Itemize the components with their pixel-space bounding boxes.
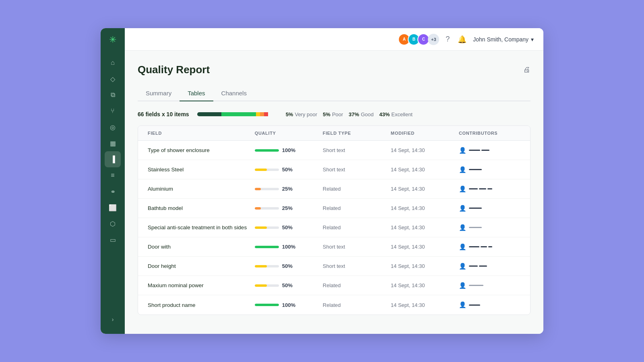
location-icon[interactable]: ◎: [105, 119, 121, 135]
quality-percent: 25%: [282, 205, 297, 211]
link-icon[interactable]: ⚭: [105, 183, 121, 200]
quality-percent: 50%: [282, 282, 297, 288]
legend-item: 5% Poor: [323, 111, 343, 117]
topbar: A B C +3 ? 🔔 John Smith, Company ▾: [125, 28, 543, 51]
field-name: Short product name: [144, 297, 252, 313]
field-type: Related: [320, 181, 388, 197]
legend-item: 37% Good: [349, 111, 374, 117]
field-type: Related: [320, 297, 388, 313]
quality-cell: 25%: [252, 181, 320, 197]
column-header: MODIFIED: [388, 126, 456, 140]
help-icon[interactable]: ?: [444, 33, 451, 45]
chart-icon[interactable]: ▐: [105, 151, 121, 167]
quality-cell: 50%: [252, 258, 320, 274]
page-title: Quality Report: [138, 64, 210, 76]
modified-date: 14 Sept, 14:30: [388, 220, 456, 235]
contributors-cell: 👤: [456, 219, 524, 236]
tab-summary[interactable]: Summary: [138, 86, 180, 101]
logo-icon[interactable]: ✳: [109, 35, 116, 45]
stack-icon[interactable]: ≡: [105, 167, 121, 183]
grid-icon[interactable]: ▦: [105, 135, 121, 151]
quality-bar: [197, 112, 278, 116]
modified-date: 14 Sept, 14:30: [388, 278, 456, 293]
quality-cell: 100%: [252, 142, 320, 158]
quality-percent: 100%: [282, 147, 297, 153]
contributor-icon: 👤: [459, 205, 466, 212]
data-table: FIELDQUALITYFIELD TYPEMODIFIEDCONTRIBUTO…: [138, 125, 530, 315]
contributor-icon: 👤: [459, 147, 466, 154]
modified-date: 14 Sept, 14:30: [388, 258, 456, 274]
modified-date: 14 Sept, 14:30: [388, 162, 456, 177]
legend-label: Very poor: [295, 111, 317, 117]
column-header: QUALITY: [252, 126, 320, 140]
contributor-icon: 👤: [459, 166, 466, 173]
legend-pct: 5%: [323, 111, 330, 117]
tab-channels[interactable]: Channels: [213, 86, 255, 101]
field-name: Stainless Steel: [144, 162, 252, 177]
table-row[interactable]: Door with 100% Short text14 Sept, 14:30 …: [138, 237, 530, 257]
print-icon[interactable]: 🖨: [523, 66, 530, 74]
contributors-cell: 👤: [456, 161, 524, 178]
quality-percent: 100%: [282, 302, 297, 308]
stats-legend: 5% Very poor5% Poor37% Good43% Excellent: [286, 111, 413, 117]
tab-tables[interactable]: Tables: [180, 86, 213, 101]
tag-icon[interactable]: ◇: [105, 71, 121, 87]
table-row[interactable]: Bathtub model 25% Related14 Sept, 14:30 …: [138, 199, 530, 218]
tabs: SummaryTablesChannels: [138, 86, 530, 101]
field-type: Related: [320, 200, 388, 216]
table-row[interactable]: Stainless Steel 50% Short text14 Sept, 1…: [138, 160, 530, 179]
quality-percent: 50%: [282, 224, 297, 230]
contributor-icon: 👤: [459, 185, 466, 193]
legend-pct: 43%: [379, 111, 390, 117]
field-type: Related: [320, 220, 388, 235]
quality-cell: 100%: [252, 297, 320, 313]
field-type: Related: [320, 278, 388, 293]
avatar-group: A B C +3: [398, 33, 439, 45]
contributors-cell: 👤: [456, 200, 524, 217]
contributor-lines: [469, 188, 492, 189]
quality-percent: 25%: [282, 186, 297, 192]
modified-date: 14 Sept, 14:30: [388, 200, 456, 216]
contributors-cell: 👤: [456, 142, 524, 159]
contributor-lines: [469, 208, 482, 209]
field-name: Door height: [144, 258, 252, 274]
contributor-lines: [469, 265, 487, 267]
quality-cell: 50%: [252, 162, 320, 177]
image-icon[interactable]: ⬜: [105, 200, 121, 216]
expand-icon[interactable]: ›: [105, 311, 121, 327]
contributor-lines: [469, 227, 482, 228]
contributor-lines: [469, 169, 482, 170]
chevron-down-icon: ▾: [531, 36, 534, 43]
contributors-cell: 👤: [456, 258, 524, 275]
legend-item: 43% Excellent: [379, 111, 413, 117]
folder-icon[interactable]: ⬡: [105, 216, 121, 232]
avatar-count: +3: [428, 34, 439, 45]
modified-date: 14 Sept, 14:30: [388, 239, 456, 255]
contributors-cell: 👤: [456, 181, 524, 197]
quality-cell: 100%: [252, 239, 320, 255]
table-row[interactable]: Special anti-scale treatment in both sid…: [138, 218, 530, 237]
table-row[interactable]: Type of shower enclosure 100% Short text…: [138, 141, 530, 160]
column-header: FIELD: [144, 126, 252, 140]
legend-item: 5% Very poor: [286, 111, 317, 117]
home-icon[interactable]: ⌂: [105, 55, 121, 71]
message-icon[interactable]: ▭: [105, 232, 121, 248]
field-type: Short text: [320, 142, 388, 158]
share-icon[interactable]: ⑂: [105, 103, 121, 119]
notification-icon[interactable]: 🔔: [456, 33, 468, 45]
table-row[interactable]: Aluminium 25% Related14 Sept, 14:30 👤: [138, 179, 530, 199]
quality-cell: 25%: [252, 200, 320, 216]
table-row[interactable]: Short product name 100% Related14 Sept, …: [138, 295, 530, 315]
quality-percent: 50%: [282, 167, 297, 173]
contributor-lines: [469, 304, 480, 306]
table-row[interactable]: Door height 50% Short text14 Sept, 14:30…: [138, 257, 530, 276]
field-name: Aluminium: [144, 181, 252, 197]
field-name: Bathtub model: [144, 200, 252, 216]
user-menu[interactable]: John Smith, Company ▾: [473, 36, 534, 43]
table-row[interactable]: Maxium nominal power 50% Related14 Sept,…: [138, 276, 530, 295]
main-content: A B C +3 ? 🔔 John Smith, Company ▾ Quali…: [125, 28, 543, 334]
layers-icon[interactable]: ⧉: [105, 87, 121, 103]
field-name: Maxium nominal power: [144, 278, 252, 293]
quality-percent: 50%: [282, 263, 297, 269]
legend-pct: 5%: [286, 111, 293, 117]
